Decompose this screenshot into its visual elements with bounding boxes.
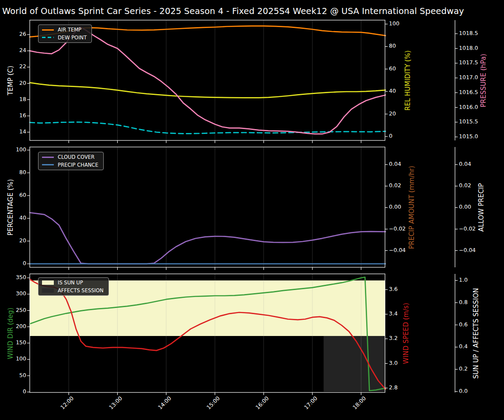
- y-tick-label: −0.04: [459, 248, 476, 253]
- y-tick-label: 0.8: [459, 300, 468, 305]
- y-tick-label: 3.0: [389, 360, 398, 366]
- y-tick-label: 250: [16, 308, 26, 313]
- legend-swatch-icon: [42, 164, 54, 165]
- y-tick-label: 1015.0: [459, 134, 478, 140]
- y-tick-label: 0: [23, 389, 26, 395]
- legend-label: DEW POINT: [58, 35, 87, 41]
- legend-label: IS SUN UP: [58, 280, 83, 286]
- y-tick-label: −0.02: [389, 226, 406, 232]
- y-tick-label: 60: [389, 66, 396, 72]
- y-tick-label: 100: [389, 21, 399, 27]
- axis-label-pres: PRESSURE (hPa): [480, 53, 487, 107]
- legend-item: AFFECTS SESSION: [42, 288, 104, 294]
- y-tick-label: 0.02: [459, 183, 471, 189]
- y-tick-label: 0.4: [459, 344, 468, 350]
- y-tick-label: 80: [19, 170, 26, 175]
- y-tick-label: 20: [19, 238, 26, 244]
- legend-label: CLOUD COVER: [58, 154, 94, 160]
- axis-label-hum: REL HUMIDITY (%): [405, 50, 411, 111]
- y-tick-label: 0.00: [459, 204, 471, 210]
- legend-item: CLOUD COVER: [42, 154, 98, 160]
- legend-swatch-icon: [42, 29, 54, 31]
- y-tick-label: 0.00: [389, 204, 401, 210]
- y-tick-label: 1017.0: [459, 75, 478, 80]
- axis-label-deg: WIND DIR (deg): [7, 308, 14, 359]
- y-tick-label: 2.8: [389, 385, 398, 391]
- legend-label: PRECIP CHANCE: [58, 162, 98, 168]
- legend-item: AIR TEMP: [42, 27, 87, 33]
- y-tick-label: 1015.5: [459, 119, 478, 125]
- y-tick-label: −0.04: [389, 248, 406, 253]
- y-tick-label: 3.6: [389, 287, 398, 292]
- y-tick-label: 0.04: [389, 161, 401, 167]
- y-tick-label: 1016.5: [459, 90, 478, 95]
- y-tick-label: 100: [16, 147, 26, 153]
- y-tick-label: 16: [19, 113, 26, 119]
- axis-label-sun: SUN UP / AFFECTS SESSION: [473, 288, 480, 379]
- charts-canvas: [0, 0, 504, 420]
- y-tick-label: 60: [19, 192, 26, 198]
- y-tick-label: 100: [16, 356, 26, 362]
- weather-dashboard: World of Outlaws Sprint Car Series - 202…: [0, 0, 504, 420]
- legend-swatch-icon: [42, 288, 54, 293]
- y-tick-label: 200: [16, 324, 26, 329]
- y-tick-label: 40: [389, 88, 396, 94]
- y-tick-label: 18: [19, 97, 26, 102]
- legend-swatch-icon: [42, 280, 54, 285]
- y-tick-label: 1018.5: [459, 31, 478, 36]
- legend: IS SUN UPAFFECTS SESSION: [38, 277, 109, 296]
- axis-label-amt: PRECIP AMOUNT (mm/hr): [409, 165, 415, 248]
- axis-label-temp: TEMP (C): [7, 66, 14, 95]
- y-tick-label: 3.4: [389, 311, 398, 317]
- legend-swatch-icon: [42, 37, 54, 38]
- y-tick-label: 1018.0: [459, 46, 478, 51]
- series-pressure: [30, 27, 385, 134]
- series-dew-point: [30, 122, 385, 133]
- y-tick-label: 26: [19, 32, 26, 37]
- region-affects-session: [324, 336, 385, 392]
- legend-swatch-icon: [42, 157, 54, 158]
- y-tick-label: 0.6: [459, 322, 468, 328]
- legend-label: AIR TEMP: [58, 27, 81, 33]
- y-tick-label: 20: [389, 111, 396, 117]
- series-cloud-cover: [30, 213, 385, 264]
- legend-item: DEW POINT: [42, 35, 87, 41]
- y-tick-label: −0.02: [459, 226, 476, 232]
- y-tick-label: 0: [23, 261, 26, 266]
- legend: CLOUD COVERPRECIP CHANCE: [38, 152, 104, 170]
- axis-label-allow: ALLOW PRECIP: [478, 183, 485, 231]
- y-tick-label: 0.0: [459, 388, 468, 394]
- y-tick-label: 0: [389, 133, 392, 139]
- y-tick-label: 0.02: [389, 183, 401, 189]
- y-tick-label: 150: [16, 340, 26, 346]
- y-tick-label: 20: [19, 80, 26, 86]
- legend-label: AFFECTS SESSION: [58, 288, 104, 294]
- y-tick-label: 1.0: [459, 277, 468, 283]
- axis-label-pct: PERCENTAGE (%): [7, 179, 14, 235]
- legend: AIR TEMPDEW POINT: [38, 24, 92, 43]
- y-tick-label: 22: [19, 64, 26, 70]
- y-tick-label: 1017.5: [459, 60, 478, 66]
- y-tick-label: 0.04: [459, 161, 471, 167]
- y-tick-label: 350: [16, 275, 26, 280]
- y-tick-label: 300: [16, 291, 26, 297]
- page-title: World of Outlaws Sprint Car Series - 202…: [2, 6, 464, 16]
- y-tick-label: 14: [19, 129, 26, 135]
- legend-item: PRECIP CHANCE: [42, 162, 98, 168]
- legend-item: IS SUN UP: [42, 280, 104, 286]
- y-tick-label: 1016.0: [459, 105, 478, 110]
- series-rel-humidity: [30, 83, 385, 98]
- y-tick-label: 40: [19, 215, 26, 221]
- y-tick-label: 50: [19, 373, 26, 378]
- y-tick-label: 0.2: [459, 366, 468, 372]
- y-tick-label: 3.2: [389, 336, 398, 341]
- axis-label-spd: WIND SPEED (m/s): [403, 303, 410, 364]
- y-tick-label: 80: [389, 43, 396, 49]
- y-tick-label: 24: [19, 48, 26, 53]
